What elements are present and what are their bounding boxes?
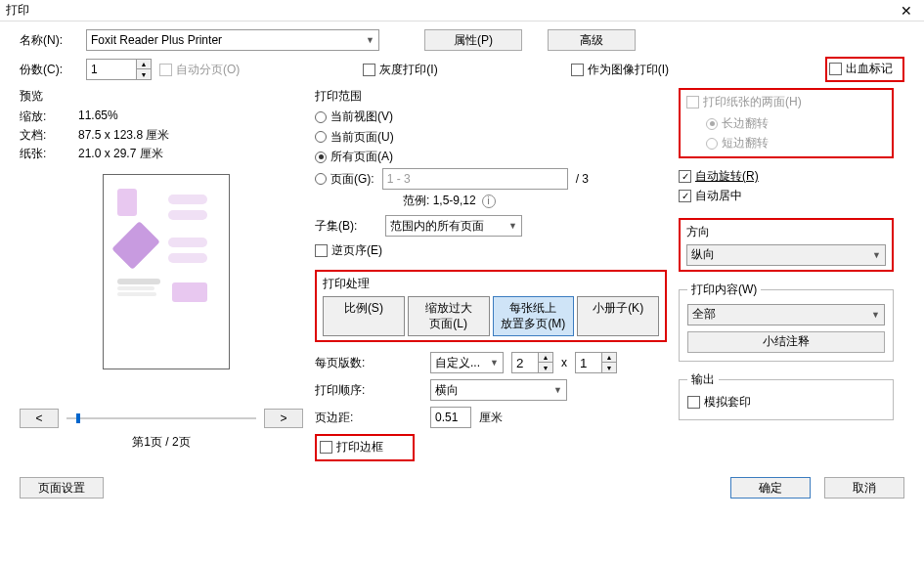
copies-input[interactable] (87, 60, 136, 79)
info-icon[interactable]: i (482, 195, 496, 208)
cols-spinner[interactable]: ▲▼ (511, 352, 553, 373)
order-select[interactable]: 横向▼ (430, 379, 567, 401)
example-label: 范例: 1,5-9,12 (403, 193, 476, 209)
handling-title: 打印处理 (323, 276, 659, 292)
tab-multiple[interactable]: 每张纸上 放置多页(M) (493, 296, 575, 336)
grayscale-checkbox[interactable]: 灰度打印(I) (363, 62, 437, 78)
preview-title: 预览 (20, 88, 303, 105)
next-page-button[interactable]: > (264, 409, 303, 428)
printer-select[interactable]: Foxit Reader Plus Printer ▼ (86, 29, 379, 51)
name-label: 名称(N): (20, 32, 78, 49)
reverse-checkbox[interactable]: 逆页序(E) (315, 242, 382, 259)
cancel-button[interactable]: 取消 (824, 477, 904, 499)
collate-checkbox: 自动分页(O) (159, 62, 240, 78)
margin-label: 页边距: (315, 410, 422, 426)
pages-total: / 3 (576, 172, 589, 186)
auto-rotate-checkbox[interactable]: ✓自动旋转(R) (679, 168, 759, 185)
paper-label: 纸张: (20, 146, 59, 162)
range-title: 打印范围 (315, 88, 667, 105)
x-label: x (561, 356, 567, 369)
print-content-title: 打印内容(W) (687, 282, 761, 298)
ok-button[interactable]: 确定 (730, 477, 811, 499)
close-button[interactable]: ✕ (895, 3, 918, 19)
zoom-value: 11.65% (78, 108, 118, 125)
orientation-title: 方向 (686, 224, 886, 240)
print-content-select[interactable]: 全部▼ (687, 304, 885, 325)
zoom-label: 缩放: (20, 108, 59, 125)
notes-button[interactable]: 小结注释 (687, 331, 885, 353)
spin-down-icon[interactable]: ▼ (137, 69, 151, 79)
margin-unit: 厘米 (479, 410, 503, 426)
custom-select[interactable]: 自定义...▼ (430, 352, 504, 373)
page-setup-button[interactable]: 页面设置 (20, 477, 104, 499)
properties-button[interactable]: 属性(P) (424, 29, 522, 51)
radio-current-view[interactable]: 当前视图(V) (315, 108, 393, 125)
margin-input[interactable] (430, 407, 471, 428)
tab-booklet[interactable]: 小册子(K) (577, 296, 659, 336)
chevron-down-icon: ▼ (508, 221, 517, 231)
radio-pages[interactable]: 页面(G): (315, 171, 374, 188)
pages-input[interactable] (382, 168, 568, 190)
bleed-checkbox[interactable]: 出血标记 (829, 61, 893, 77)
advanced-button[interactable]: 高级 (548, 29, 636, 51)
border-checkbox[interactable]: 打印边框 (320, 439, 383, 456)
radio-short-edge: 短边翻转 (706, 135, 769, 152)
radio-all-pages[interactable]: 所有页面(A) (315, 149, 393, 165)
both-sides-checkbox: 打印纸张的两面(H) (686, 94, 802, 110)
preview-page (103, 174, 230, 369)
subset-select[interactable]: 范围内的所有页面 ▼ (385, 215, 522, 237)
doc-label: 文档: (20, 127, 59, 144)
spin-up-icon[interactable]: ▲ (137, 60, 151, 69)
radio-long-edge: 长边翻转 (706, 115, 769, 132)
page-slider[interactable] (66, 417, 256, 419)
as-image-checkbox[interactable]: 作为图像打印(I) (571, 62, 669, 78)
prev-page-button[interactable]: < (20, 409, 59, 428)
tab-fit[interactable]: 缩放过大 页面(L) (408, 296, 490, 336)
dialog-title: 打印 (6, 2, 29, 19)
auto-center-checkbox[interactable]: ✓自动居中 (679, 188, 742, 204)
order-label: 打印顺序: (315, 382, 422, 399)
subset-label: 子集(B): (315, 218, 377, 235)
orientation-select[interactable]: 纵向▼ (686, 244, 886, 266)
pages-per-sheet-label: 每页版数: (315, 355, 422, 371)
copies-spinner[interactable]: ▲▼ (86, 59, 152, 80)
page-indicator: 第1页 / 2页 (20, 434, 303, 451)
paper-value: 21.0 x 29.7 厘米 (78, 146, 163, 162)
radio-current-page[interactable]: 当前页面(U) (315, 129, 394, 146)
chevron-down-icon: ▼ (366, 35, 374, 45)
copies-label: 份数(C): (20, 62, 78, 78)
rows-spinner[interactable]: ▲▼ (575, 352, 617, 373)
overprint-checkbox[interactable]: 模拟套印 (687, 394, 751, 411)
output-title: 输出 (687, 371, 719, 388)
tab-scale[interactable]: 比例(S) (323, 296, 405, 336)
doc-value: 87.5 x 123.8 厘米 (78, 127, 169, 144)
